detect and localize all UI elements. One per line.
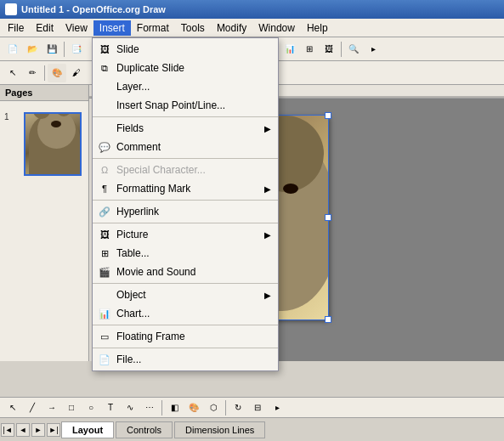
more-tool[interactable]: ▸ — [268, 399, 286, 417]
object-icon — [97, 287, 112, 302]
menu-file[interactable]: File — [2, 20, 30, 36]
text-tool[interactable]: T — [101, 399, 120, 417]
menu-item-picture[interactable]: 🖼 Picture ▶ — [93, 225, 278, 244]
sep-after-snap — [93, 116, 278, 117]
select-btn[interactable]: ↖ — [3, 64, 22, 82]
menu-item-floating-frame[interactable]: ▭ Floating Frame — [93, 327, 278, 346]
tab-dimension-lines[interactable]: Dimension Lines — [174, 421, 265, 438]
sep9 — [225, 400, 226, 416]
sep-after-comment — [93, 158, 278, 159]
menu-tools[interactable]: Tools — [175, 20, 211, 36]
menu-bar: File Edit View Insert Format Tools Modif… — [0, 19, 504, 37]
menu-item-chart[interactable]: 📊 Chart... — [93, 304, 278, 323]
snap-icon — [97, 98, 112, 113]
menu-item-object[interactable]: Object ▶ — [93, 286, 278, 304]
rotate-tool[interactable]: ↻ — [229, 399, 247, 417]
sep-after-chart — [93, 325, 278, 325]
color2-btn[interactable]: 🖌 — [67, 64, 86, 82]
fields-icon — [97, 121, 112, 136]
export-pdf-btn[interactable]: 📑 — [67, 40, 86, 59]
insert-img-btn[interactable]: 🖼 — [320, 40, 338, 59]
line-tool[interactable]: ╱ — [23, 399, 42, 417]
sep7 — [44, 65, 45, 81]
menu-item-special-char: Ω Special Character... — [93, 161, 278, 179]
hyperlink-icon: 🔗 — [97, 204, 112, 219]
tab-nav-next[interactable]: ► — [31, 423, 45, 437]
menu-item-layer[interactable]: Layer... — [93, 77, 278, 96]
picture-icon: 🖼 — [97, 227, 112, 242]
title-bar: Untitled 1 - OpenOffice.org Draw — [0, 0, 504, 19]
arrow-tool[interactable]: → — [42, 399, 61, 417]
tab-nav-first[interactable]: |◄ — [1, 423, 14, 437]
bottom-toolbar: ↖ ╱ → □ ○ T ∿ ⋯ ◧ 🎨 ⬡ ↻ ⊟ ▸ — [0, 397, 504, 417]
page-thumbnail[interactable] — [24, 112, 82, 176]
chart-btn[interactable]: 📊 — [280, 40, 299, 59]
shadow-tool[interactable]: ◧ — [165, 399, 184, 417]
save-btn[interactable]: 💾 — [42, 40, 61, 59]
chart-icon: 📊 — [97, 306, 112, 321]
pages-header: Pages — [0, 85, 88, 101]
sep-after-formatting — [93, 200, 278, 201]
align-tool[interactable]: ⊟ — [248, 399, 267, 417]
tab-nav-last[interactable]: ►| — [47, 423, 60, 437]
select-tool[interactable]: ↖ — [3, 399, 22, 417]
comment-icon: 💬 — [97, 139, 112, 155]
formatting-mark-arrow: ▶ — [264, 184, 271, 194]
app-icon — [5, 3, 17, 15]
new-btn[interactable]: 📄 — [3, 40, 22, 59]
table-btn[interactable]: ⊞ — [300, 40, 319, 59]
fields-arrow: ▶ — [264, 124, 271, 133]
3d-tool[interactable]: ⬡ — [204, 399, 223, 417]
insert-dropdown-menu: 🖼 Slide ⧉ Duplicate Slide Layer... Inser… — [92, 37, 279, 371]
connect-tool[interactable]: ⋯ — [140, 399, 159, 417]
tab-controls[interactable]: Controls — [116, 421, 173, 438]
menu-item-comment[interactable]: 💬 Comment — [93, 138, 278, 156]
page-number: 1 — [4, 112, 9, 122]
sep-after-floating — [93, 348, 278, 348]
window-title: Untitled 1 - OpenOffice.org Draw — [21, 4, 166, 14]
menu-item-slide[interactable]: 🖼 Slide — [93, 40, 278, 59]
sep8 — [161, 400, 162, 416]
menu-help[interactable]: Help — [301, 20, 334, 36]
draw-btn[interactable]: ✏ — [23, 64, 42, 82]
table-icon: ⊞ — [97, 246, 112, 261]
zoom-btn[interactable]: 🔍 — [344, 40, 363, 59]
menu-item-movie-sound[interactable]: 🎬 Movie and Sound — [93, 263, 278, 281]
menu-view[interactable]: View — [59, 20, 93, 36]
open-btn[interactable]: 📂 — [23, 40, 42, 59]
menu-item-file[interactable]: 📄 File... — [93, 350, 278, 369]
menu-item-duplicate-slide[interactable]: ⧉ Duplicate Slide — [93, 59, 278, 77]
color1-btn[interactable]: 🎨 — [48, 64, 66, 82]
menu-item-snap[interactable]: Insert Snap Point/Line... — [93, 96, 278, 115]
menu-item-table[interactable]: ⊞ Table... — [93, 244, 278, 263]
tab-layout[interactable]: Layout — [61, 421, 114, 438]
menu-window[interactable]: Window — [252, 20, 301, 36]
formatting-mark-icon: ¶ — [97, 181, 112, 196]
menu-item-formatting-mark[interactable]: ¶ Formatting Mark ▶ — [93, 179, 278, 198]
menu-item-hyperlink[interactable]: 🔗 Hyperlink — [93, 202, 278, 221]
sep6 — [341, 42, 342, 57]
object-arrow: ▶ — [264, 291, 271, 300]
picture-arrow: ▶ — [264, 230, 271, 240]
floating-frame-icon: ▭ — [97, 329, 112, 344]
slide-icon: 🖼 — [97, 42, 112, 57]
duplicate-slide-icon: ⧉ — [97, 60, 112, 76]
tab-nav-prev[interactable]: ◄ — [16, 423, 30, 437]
more-btn[interactable]: ▸ — [364, 40, 382, 59]
menu-insert[interactable]: Insert — [93, 20, 131, 36]
curve-tool[interactable]: ∿ — [121, 399, 139, 417]
fill-tool[interactable]: 🎨 — [184, 399, 203, 417]
menu-item-fields[interactable]: Fields ▶ — [93, 119, 278, 138]
menu-modify[interactable]: Modify — [211, 20, 252, 36]
layer-icon — [97, 79, 112, 94]
menu-edit[interactable]: Edit — [30, 20, 59, 36]
menu-format[interactable]: Format — [131, 20, 175, 36]
special-char-icon: Ω — [97, 162, 112, 178]
rect-tool[interactable]: □ — [62, 399, 81, 417]
pages-panel: Pages 1 — [0, 85, 89, 361]
movie-icon: 🎬 — [97, 264, 112, 280]
sep-after-movie — [93, 283, 278, 284]
ellipse-tool[interactable]: ○ — [82, 399, 100, 417]
file-icon: 📄 — [97, 352, 112, 367]
sep-after-hyperlink — [93, 223, 278, 223]
